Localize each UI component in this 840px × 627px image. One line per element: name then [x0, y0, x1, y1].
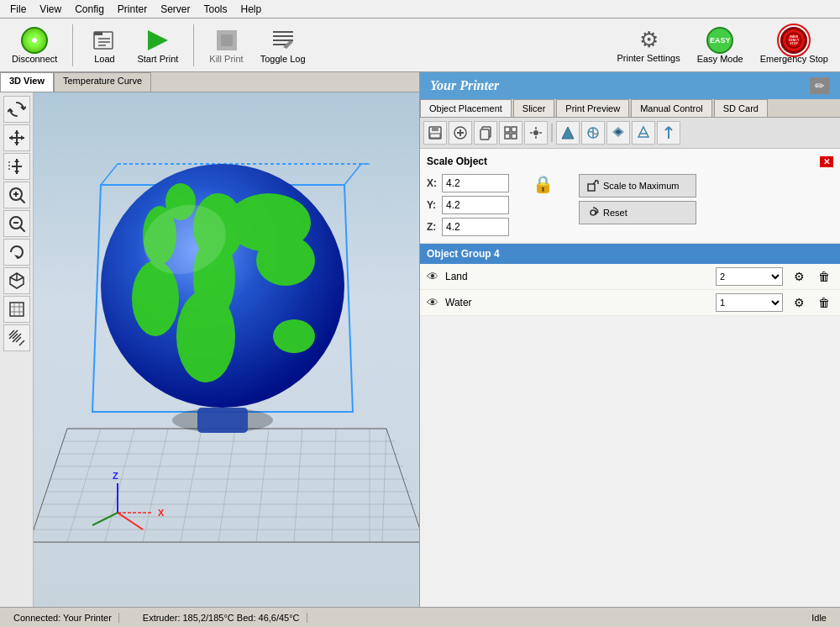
idle-status: Idle — [805, 613, 833, 623]
main-area: 3D View Temperature Curve — [0, 72, 840, 607]
eye-icon-water[interactable]: 👁 — [427, 296, 438, 309]
edit-printer-button[interactable]: ✏ — [810, 77, 830, 94]
scale-x-input[interactable] — [442, 174, 509, 192]
svg-point-9 — [786, 33, 801, 48]
top-view-icon — [611, 125, 626, 140]
menu-config[interactable]: Config — [68, 2, 111, 17]
svg-line-65 — [332, 429, 336, 542]
settings-land-button[interactable]: ⚙ — [790, 267, 808, 286]
rotate-z-button[interactable] — [657, 121, 680, 145]
start-print-button[interactable]: Start Print — [132, 25, 183, 66]
toolbar-sep-1 — [72, 24, 73, 66]
toggle-log-button[interactable]: Toggle Log — [255, 25, 311, 66]
svg-line-60 — [143, 429, 168, 542]
settings-water-button[interactable]: ⚙ — [790, 293, 808, 312]
printer-title: Your Printer — [430, 78, 499, 93]
tab-manual-control[interactable]: Manual Control — [631, 99, 712, 117]
svg-line-67 — [382, 429, 386, 542]
tab-slicer[interactable]: Slicer — [513, 99, 555, 117]
printer-settings-button[interactable]: ⚙ Printer Settings — [612, 25, 685, 65]
eye-icon-land[interactable]: 👁 — [427, 270, 438, 283]
rotate-view-tool[interactable] — [3, 239, 30, 266]
rotate-tool[interactable] — [3, 96, 30, 123]
scale-z-input[interactable] — [442, 218, 509, 236]
object-list: 👁 Land 2 1 ⚙ 🗑 👁 Water 1 2 — [420, 264, 840, 316]
scale-y-input[interactable] — [442, 196, 509, 214]
svg-line-27 — [20, 198, 24, 203]
extruder-select-water[interactable]: 1 2 — [716, 293, 783, 312]
load-icon — [91, 27, 118, 54]
delete-land-button[interactable]: 🗑 — [815, 267, 833, 286]
tab-object-placement[interactable]: Object Placement — [420, 99, 512, 117]
menu-tools[interactable]: Tools — [197, 2, 234, 17]
triangle-btn-1[interactable] — [556, 121, 580, 145]
reset-scale-button[interactable]: Reset — [579, 201, 696, 224]
menu-printer[interactable]: Printer — [111, 2, 154, 17]
svg-line-71 — [101, 164, 118, 185]
3d-canvas[interactable]: X Z — [34, 92, 419, 607]
svg-line-44 — [19, 340, 24, 345]
hatch-icon — [8, 329, 26, 347]
move-z-tool[interactable] — [3, 153, 30, 180]
connection-status: Connected: Your Printer — [7, 613, 119, 623]
cube-face-tool[interactable] — [3, 296, 30, 323]
copy-object-button[interactable] — [474, 121, 497, 145]
rotate-z-icon — [661, 125, 676, 140]
menu-file[interactable]: File — [3, 2, 33, 17]
svg-line-63 — [256, 429, 269, 542]
menu-view[interactable]: View — [33, 2, 68, 17]
svg-rect-105 — [505, 134, 510, 139]
svg-marker-22 — [14, 171, 19, 174]
emergency-stop-button[interactable]: EMER GENCY STOP Emergency Stop — [755, 25, 833, 66]
move-tool[interactable] — [3, 124, 30, 151]
menu-bar: File View Config Printer Server Tools He… — [0, 0, 840, 18]
zoom-out-tool[interactable] — [3, 210, 30, 237]
extruder-select-land[interactable]: 2 1 — [716, 267, 783, 286]
view-panel: 3D View Temperature Curve — [0, 72, 420, 607]
printer-settings-icon: ⚙ — [639, 27, 659, 53]
save-icon — [428, 125, 443, 140]
svg-point-127 — [591, 210, 596, 215]
delete-water-button[interactable]: 🗑 — [815, 293, 833, 312]
cube-view-tool[interactable] — [3, 267, 30, 294]
svg-line-59 — [105, 429, 134, 542]
load-button[interactable]: Load — [83, 25, 125, 66]
scale-close-button[interactable]: ✕ — [820, 156, 833, 167]
mirror-button[interactable] — [581, 121, 605, 145]
tab-sd-card[interactable]: SD Card — [714, 99, 768, 117]
add-object-button[interactable] — [449, 121, 472, 145]
svg-rect-36 — [10, 303, 24, 316]
tab-print-preview[interactable]: Print Preview — [556, 99, 629, 117]
object-name-water: Water — [445, 297, 709, 308]
easy-mode-icon: EASY — [706, 27, 733, 54]
scale-y-label: Y: — [427, 199, 438, 211]
scale-z-label: Z: — [427, 221, 438, 233]
tab-temperature-curve[interactable]: Temperature Curve — [54, 72, 151, 92]
slice-view-button[interactable] — [632, 121, 655, 145]
grid-button[interactable] — [499, 121, 522, 145]
easy-mode-button[interactable]: EASY Easy Mode — [692, 25, 748, 66]
scale-section: Scale Object ✕ X: Y: Z: — [420, 149, 840, 244]
svg-line-61 — [181, 429, 202, 542]
menu-help[interactable]: Help — [234, 2, 269, 17]
svg-marker-68 — [34, 429, 419, 542]
scale-x-label: X: — [427, 177, 438, 189]
hatch-tool[interactable] — [3, 324, 30, 351]
kill-print-button[interactable]: Kill Print — [204, 25, 248, 66]
scale-to-max-button[interactable]: Scale to Maximum — [579, 174, 696, 198]
center-button[interactable] — [524, 121, 548, 145]
tab-3d-view[interactable]: 3D View — [0, 72, 54, 92]
save-placement-button[interactable] — [423, 121, 447, 145]
scale-z-row: Z: — [427, 218, 509, 236]
svg-text:STOP: STOP — [790, 42, 799, 45]
move-icon — [8, 129, 26, 147]
svg-marker-17 — [9, 135, 13, 140]
menu-server[interactable]: Server — [154, 2, 197, 17]
svg-line-64 — [294, 429, 302, 542]
cube-face-icon — [8, 300, 26, 319]
lock-icon[interactable]: 🔒 — [533, 174, 554, 194]
zoom-in-tool[interactable] — [3, 182, 30, 208]
view-top-button[interactable] — [606, 121, 630, 145]
disconnect-button[interactable]: Disconnect — [7, 25, 62, 66]
cube-icon — [8, 271, 26, 290]
